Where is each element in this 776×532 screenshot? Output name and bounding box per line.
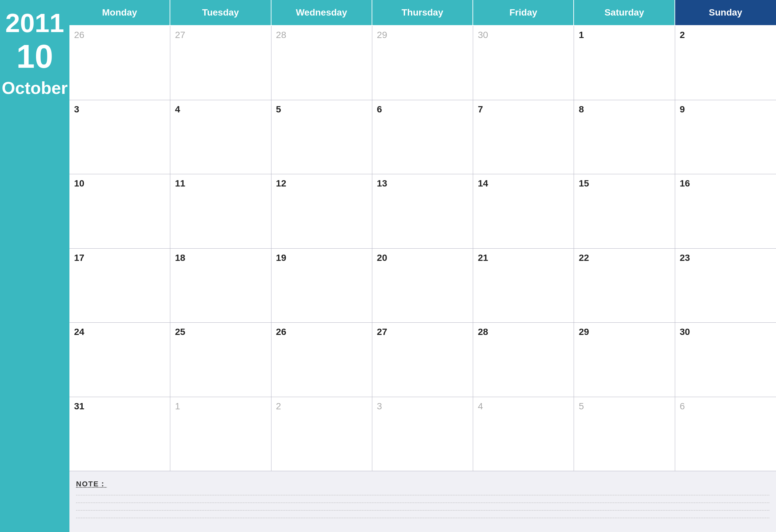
- calendar-cell[interactable]: 26: [69, 26, 170, 100]
- cell-number: 1: [579, 30, 584, 40]
- calendar-cell[interactable]: 3: [69, 100, 170, 175]
- calendar-cell[interactable]: 28: [473, 323, 574, 397]
- calendar-cell[interactable]: 1: [574, 26, 675, 100]
- cell-number: 2: [276, 401, 281, 411]
- cell-number: 3: [377, 401, 382, 411]
- cell-number: 25: [175, 327, 185, 337]
- calendar-cell[interactable]: 20: [372, 249, 473, 323]
- cell-number: 28: [276, 30, 286, 40]
- calendar-container: MondayTuesdayWednesdayThursdayFridaySatu…: [69, 0, 776, 471]
- calendar-cell[interactable]: 13: [372, 174, 473, 249]
- calendar-cell[interactable]: 28: [271, 26, 372, 100]
- calendar-cell[interactable]: 21: [473, 249, 574, 323]
- calendar-cell[interactable]: 4: [473, 397, 574, 472]
- calendar-cell[interactable]: 25: [170, 323, 271, 397]
- day-header-wednesday: Wednesday: [271, 0, 372, 26]
- calendar-cell[interactable]: 27: [170, 26, 271, 100]
- cell-number: 30: [680, 327, 690, 337]
- notes-line-4: [76, 518, 769, 518]
- cell-number: 18: [175, 252, 185, 263]
- cell-number: 4: [478, 401, 483, 411]
- calendar-cell[interactable]: 1: [170, 397, 271, 472]
- cell-number: 30: [478, 30, 488, 40]
- cell-number: 5: [579, 401, 584, 411]
- calendar-cell[interactable]: 5: [271, 100, 372, 175]
- calendar-cell[interactable]: 12: [271, 174, 372, 249]
- notes-line-1: [76, 495, 769, 495]
- day-headers-row: MondayTuesdayWednesdayThursdayFridaySatu…: [69, 0, 776, 26]
- calendar-cell[interactable]: 3: [372, 397, 473, 472]
- calendar-cell[interactable]: 29: [574, 323, 675, 397]
- sidebar: 2011 10 October: [0, 0, 69, 532]
- cell-number: 24: [74, 327, 84, 337]
- cell-number: 16: [680, 178, 690, 188]
- cell-number: 28: [478, 327, 488, 337]
- cell-number: 22: [579, 252, 589, 263]
- notes-label: NOTE：: [76, 479, 769, 489]
- day-header-saturday: Saturday: [574, 0, 675, 26]
- calendar-cell[interactable]: 7: [473, 100, 574, 175]
- month-number-label: 10: [16, 40, 53, 73]
- cell-number: 11: [175, 178, 185, 188]
- cell-number: 19: [276, 252, 286, 263]
- cell-number: 31: [74, 401, 84, 411]
- cell-number: 21: [478, 252, 488, 263]
- calendar-main: MondayTuesdayWednesdayThursdayFridaySatu…: [69, 0, 776, 532]
- calendar-cell[interactable]: 31: [69, 397, 170, 472]
- calendar-cell[interactable]: 15: [574, 174, 675, 249]
- calendar-cell[interactable]: 19: [271, 249, 372, 323]
- calendar-cell[interactable]: 29: [372, 26, 473, 100]
- day-header-friday: Friday: [473, 0, 574, 26]
- calendar-cell[interactable]: 6: [372, 100, 473, 175]
- calendar-cell[interactable]: 9: [675, 100, 776, 175]
- cell-number: 10: [74, 178, 84, 188]
- cell-number: 23: [680, 252, 690, 263]
- notes-section: NOTE：: [69, 471, 776, 532]
- calendar-cell[interactable]: 16: [675, 174, 776, 249]
- month-name-label: October: [2, 79, 67, 97]
- cell-number: 27: [175, 30, 185, 40]
- cell-number: 29: [377, 30, 387, 40]
- calendar-cell[interactable]: 2: [271, 397, 372, 472]
- day-header-monday: Monday: [69, 0, 170, 26]
- calendar-cell[interactable]: 10: [69, 174, 170, 249]
- calendar-cell[interactable]: 23: [675, 249, 776, 323]
- cell-number: 29: [579, 327, 589, 337]
- calendar-cell[interactable]: 18: [170, 249, 271, 323]
- calendar-cell[interactable]: 14: [473, 174, 574, 249]
- calendar-cell[interactable]: 11: [170, 174, 271, 249]
- year-label: 2011: [5, 10, 64, 36]
- calendar-cell[interactable]: 30: [675, 323, 776, 397]
- cell-number: 27: [377, 327, 387, 337]
- cell-number: 1: [175, 401, 180, 411]
- day-header-thursday: Thursday: [372, 0, 473, 26]
- calendar-cell[interactable]: 8: [574, 100, 675, 175]
- cell-number: 8: [579, 104, 584, 115]
- notes-line-2: [76, 503, 769, 503]
- day-header-tuesday: Tuesday: [170, 0, 271, 26]
- cell-number: 6: [680, 401, 685, 411]
- cell-number: 3: [74, 104, 79, 115]
- calendar-grid: 2627282930123456789101112131415161718192…: [69, 26, 776, 471]
- calendar-cell[interactable]: 2: [675, 26, 776, 100]
- calendar-cell[interactable]: 17: [69, 249, 170, 323]
- calendar-cell[interactable]: 27: [372, 323, 473, 397]
- calendar-cell[interactable]: 26: [271, 323, 372, 397]
- cell-number: 4: [175, 104, 180, 115]
- calendar-cell[interactable]: 6: [675, 397, 776, 472]
- cell-number: 26: [74, 30, 84, 40]
- cell-number: 14: [478, 178, 488, 188]
- calendar-cell[interactable]: 22: [574, 249, 675, 323]
- cell-number: 13: [377, 178, 387, 188]
- day-header-sunday: Sunday: [675, 0, 776, 26]
- cell-number: 7: [478, 104, 483, 115]
- calendar-cell[interactable]: 4: [170, 100, 271, 175]
- cell-number: 12: [276, 178, 286, 188]
- notes-line-3: [76, 510, 769, 511]
- calendar-cell[interactable]: 24: [69, 323, 170, 397]
- cell-number: 9: [680, 104, 685, 115]
- calendar-cell[interactable]: 30: [473, 26, 574, 100]
- cell-number: 2: [680, 30, 685, 40]
- calendar-cell[interactable]: 5: [574, 397, 675, 472]
- cell-number: 5: [276, 104, 281, 115]
